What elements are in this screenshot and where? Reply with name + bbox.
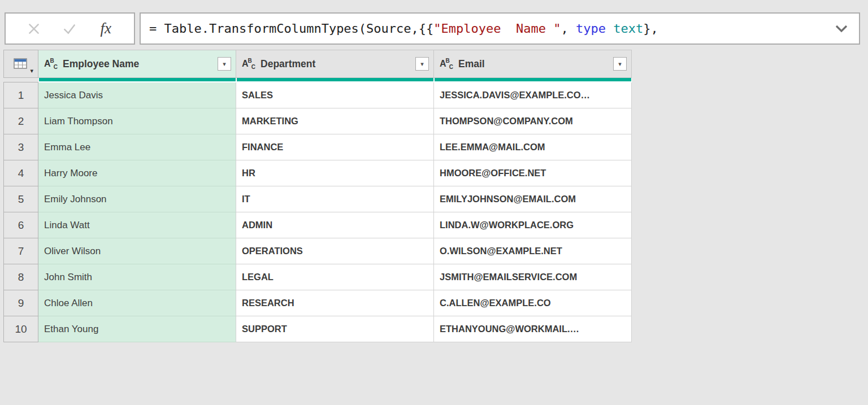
- cell-employee-name[interactable]: John Smith: [38, 264, 236, 290]
- quality-bar-employee-name: [38, 78, 236, 82]
- cell-employee-name[interactable]: Linda Watt: [38, 212, 236, 238]
- filter-dropdown-icon: ▾: [223, 61, 226, 67]
- formula-input[interactable]: = Table.TransformColumnTypes(Source,{{"E…: [140, 12, 860, 45]
- table-row: 2Liam ThompsonMARKETINGTHOMPSON@COMPANY.…: [3, 108, 632, 134]
- preview-table: ▾ ABC Employee Name ▾ ABC Department ▾ A…: [3, 50, 632, 342]
- table-row: 10Ethan YoungSUPPORTETHANYOUNG@WORKMAIL.…: [3, 316, 632, 342]
- formula-toolbar: fx: [5, 12, 135, 45]
- cell-department[interactable]: SUPPORT: [236, 316, 434, 342]
- commit-icon[interactable]: [58, 18, 81, 40]
- row-number[interactable]: 2: [3, 108, 38, 134]
- table-row: 9Chloe AllenRESEARCHC.ALLEN@EXAMPLE.CO: [3, 290, 632, 316]
- table-row: 3Emma LeeFINANCELEE.EMMA@MAIL.COM: [3, 134, 632, 160]
- row-number[interactable]: 9: [3, 290, 38, 316]
- table-menu-button[interactable]: ▾: [3, 50, 38, 78]
- filter-dropdown-icon: ▾: [420, 61, 424, 67]
- fx-icon[interactable]: fx: [94, 18, 117, 40]
- cell-email[interactable]: C.ALLEN@EXAMPLE.CO: [434, 290, 632, 316]
- cell-email[interactable]: THOMPSON@COMPANY.COM: [434, 108, 632, 134]
- filter-button-email[interactable]: ▾: [613, 57, 627, 71]
- table-row: 1Jessica DavisSALESJESSICA.DAVIS@EXAMPLE…: [3, 82, 632, 108]
- cell-email[interactable]: JESSICA.DAVIS@EXAMPLE.CO…: [434, 82, 632, 108]
- cell-department[interactable]: OPERATIONS: [236, 238, 434, 264]
- column-header-email[interactable]: ABC Email ▾: [434, 50, 632, 78]
- cell-employee-name[interactable]: Jessica Davis: [38, 82, 236, 108]
- table-row: 5Emily JohnsonITEMILYJOHNSON@EMAIL.COM: [3, 186, 632, 212]
- row-number[interactable]: 5: [3, 186, 38, 212]
- table-header-row: ▾ ABC Employee Name ▾ ABC Department ▾ A…: [3, 50, 632, 78]
- formula-text: = Table.TransformColumnTypes(Source,{{"E…: [149, 21, 658, 36]
- column-label: Email: [458, 58, 613, 70]
- cell-department[interactable]: HR: [236, 160, 434, 186]
- cell-employee-name[interactable]: Emily Johnson: [38, 186, 236, 212]
- text-type-icon: ABC: [242, 58, 255, 70]
- text-type-icon: ABC: [440, 58, 453, 70]
- column-header-employee-name[interactable]: ABC Employee Name ▾: [38, 50, 236, 78]
- cell-email[interactable]: EMILYJOHNSON@EMAIL.COM: [434, 186, 632, 212]
- cell-department[interactable]: IT: [236, 186, 434, 212]
- cell-department[interactable]: ADMIN: [236, 212, 434, 238]
- cell-email[interactable]: LINDA.W@WORKPLACE.ORG: [434, 212, 632, 238]
- row-number[interactable]: 7: [3, 238, 38, 264]
- filter-button-department[interactable]: ▾: [415, 57, 429, 71]
- table-row: 4Harry MooreHRHMOORE@OFFICE.NET: [3, 160, 632, 186]
- column-label: Employee Name: [63, 58, 218, 70]
- cell-employee-name[interactable]: Ethan Young: [38, 316, 236, 342]
- cell-email[interactable]: ETHANYOUNG@WORKMAIL.…: [434, 316, 632, 342]
- row-number[interactable]: 10: [3, 316, 38, 342]
- cell-employee-name[interactable]: Chloe Allen: [38, 290, 236, 316]
- text-type-icon: ABC: [44, 58, 58, 70]
- row-number[interactable]: 3: [3, 134, 38, 160]
- column-label: Department: [261, 58, 415, 70]
- cell-employee-name[interactable]: Liam Thompson: [38, 108, 236, 134]
- cell-department[interactable]: FINANCE: [236, 134, 434, 160]
- table-row: 6Linda WattADMINLINDA.W@WORKPLACE.ORG: [3, 212, 632, 238]
- cell-email[interactable]: HMOORE@OFFICE.NET: [434, 160, 632, 186]
- cell-employee-name[interactable]: Emma Lee: [38, 134, 236, 160]
- filter-button-employee-name[interactable]: ▾: [218, 57, 231, 71]
- cell-email[interactable]: LEE.EMMA@MAIL.COM: [434, 134, 632, 160]
- cell-department[interactable]: MARKETING: [236, 108, 434, 134]
- column-quality-bar-row: [3, 78, 632, 82]
- row-number[interactable]: 6: [3, 212, 38, 238]
- cell-department[interactable]: SALES: [236, 82, 434, 108]
- cell-employee-name[interactable]: Harry Moore: [38, 160, 236, 186]
- row-number[interactable]: 4: [3, 160, 38, 186]
- table-icon: [14, 58, 28, 70]
- cell-employee-name[interactable]: Oliver Wilson: [38, 238, 236, 264]
- cancel-icon[interactable]: [23, 18, 45, 40]
- row-number[interactable]: 1: [3, 82, 38, 108]
- table-row: 8John SmithLEGALJSMITH@EMAILSERVICE.COM: [3, 264, 632, 290]
- cell-email[interactable]: JSMITH@EMAILSERVICE.COM: [434, 264, 632, 290]
- quality-bar-department: [236, 78, 434, 82]
- table-body: 1Jessica DavisSALESJESSICA.DAVIS@EXAMPLE…: [3, 82, 632, 342]
- column-header-department[interactable]: ABC Department ▾: [236, 50, 434, 78]
- row-number[interactable]: 8: [3, 264, 38, 290]
- cell-department[interactable]: RESEARCH: [236, 290, 434, 316]
- table-row: 7Oliver WilsonOPERATIONSO.WILSON@EXAMPLE…: [3, 238, 632, 264]
- table-menu-dropdown-icon: ▾: [30, 68, 33, 74]
- expand-formula-bar-icon[interactable]: [833, 22, 850, 36]
- cell-email[interactable]: O.WILSON@EXAMPLE.NET: [434, 238, 632, 264]
- filter-dropdown-icon: ▾: [618, 61, 622, 67]
- cell-department[interactable]: LEGAL: [236, 264, 434, 290]
- quality-bar-email: [434, 78, 632, 82]
